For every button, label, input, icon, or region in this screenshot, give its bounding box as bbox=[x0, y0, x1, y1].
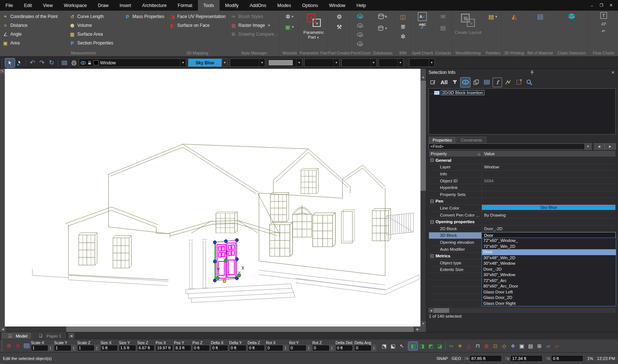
find-next-icon[interactable]: ▶ bbox=[605, 143, 616, 150]
coord-tool-icon[interactable]: ◪ bbox=[435, 342, 444, 350]
search-button[interactable] bbox=[525, 78, 534, 87]
coord-tool-icon[interactable]: ⊞ bbox=[535, 342, 544, 350]
database-select-button[interactable]: ▼ bbox=[378, 24, 387, 33]
menu-item[interactable]: Modes bbox=[272, 0, 297, 11]
snap-toggle[interactable]: SNAP bbox=[436, 356, 448, 361]
parametric-part-button[interactable]: ↘ ‖ Parametric Part▼ bbox=[302, 12, 326, 50]
bim-wand-button[interactable]: ✲ bbox=[398, 32, 408, 41]
dropdown-option[interactable]: 80"x60"_Arc_Door bbox=[482, 283, 616, 289]
ruler-origin-icon[interactable]: ↖ bbox=[0, 69, 5, 74]
ribbon-item[interactable]: ⌖Coordinates of the Point bbox=[2, 12, 65, 21]
pin-icon[interactable] bbox=[530, 70, 536, 75]
coord-tool-icon[interactable]: ↪ bbox=[447, 342, 455, 350]
pointcloud-convert-button[interactable] bbox=[356, 40, 365, 49]
spell-check-button[interactable]: A✓ bbox=[418, 12, 427, 21]
layer-lock-icon[interactable] bbox=[87, 60, 92, 65]
coordinate-input[interactable]: 8.3 ft bbox=[174, 345, 191, 351]
coord-tool-icon[interactable]: ↖ bbox=[397, 342, 406, 350]
coord-tool-icon[interactable]: △ bbox=[464, 342, 473, 350]
scroll-up-icon[interactable]: ▲ bbox=[420, 74, 426, 80]
redo-all-button[interactable]: ↻ bbox=[47, 58, 56, 67]
pointcloud-edit-button[interactable] bbox=[356, 21, 365, 30]
database-edit-button[interactable]: ✎ bbox=[378, 12, 387, 21]
panel-close-icon[interactable]: ✕ bbox=[610, 70, 616, 75]
scroll-left-icon[interactable]: ◀ bbox=[0, 326, 6, 332]
dropdown-option[interactable]: Glass Door Right bbox=[482, 301, 616, 307]
ribbon-item[interactable]: PSection Properties bbox=[69, 39, 121, 47]
coord-tool-icon[interactable]: ▱ bbox=[553, 342, 561, 350]
clash-detection-button[interactable] bbox=[567, 12, 576, 21]
coordinate-input[interactable]: 19.97 ft bbox=[156, 345, 173, 351]
ribbon-item[interactable]: ▦Surface Area bbox=[69, 30, 121, 39]
property-row[interactable]: −Opening properties bbox=[429, 218, 615, 225]
coordinate-input[interactable]: 0 bbox=[289, 345, 306, 351]
coordinate-input[interactable]: 6.67 ft bbox=[137, 345, 154, 351]
coordinate-input[interactable]: 1 bbox=[77, 345, 95, 351]
panel-title-bar[interactable]: Selection Info ✕ bbox=[426, 69, 618, 76]
edit-entity-button[interactable] bbox=[429, 78, 438, 87]
property-grid-header[interactable]: Property△ Value bbox=[429, 150, 616, 157]
coordinate-input[interactable]: 0 ft bbox=[335, 345, 353, 351]
menu-item[interactable]: Edit bbox=[18, 0, 38, 11]
coord-tool-icon[interactable]: ⊓ bbox=[473, 342, 482, 350]
coordinate-input[interactable]: 5 ft bbox=[100, 345, 118, 351]
ribbon-item[interactable]: ✧Distance bbox=[2, 21, 65, 30]
scroll-right-icon[interactable]: ▶ bbox=[415, 326, 420, 332]
spinner-icons[interactable]: ▲▼ bbox=[306, 345, 311, 351]
table-view-button[interactable] bbox=[482, 78, 491, 87]
3d-printing-button[interactable]: ◭ bbox=[509, 12, 519, 21]
property-row[interactable]: Hyperlink bbox=[429, 184, 615, 191]
coordinate-input[interactable]: 0 bbox=[266, 345, 283, 351]
tab-scroll-left-icon[interactable]: ◀ bbox=[68, 333, 74, 339]
menu-item[interactable]: AddOns bbox=[244, 0, 272, 11]
formula-button[interactable]: f bbox=[493, 78, 502, 87]
menu-item[interactable]: Format bbox=[172, 0, 198, 11]
find-prev-icon[interactable]: ◀ bbox=[594, 143, 605, 150]
spell-check-abc-button[interactable]: ABC✓ bbox=[419, 23, 426, 29]
spinner-icons[interactable]: ▲▼ bbox=[283, 345, 288, 351]
panel-tab[interactable]: Constraints bbox=[457, 137, 486, 143]
coordinate-input[interactable]: 1 bbox=[54, 345, 71, 351]
ribbon-item[interactable]: ◨Face UV Representation bbox=[169, 12, 225, 21]
restore-button[interactable]: ❐ bbox=[597, 2, 605, 9]
dropdown-option[interactable]: Door_-2D bbox=[482, 267, 616, 272]
z-coordinate-input[interactable]: 0 ft bbox=[551, 355, 583, 362]
ribbon-item[interactable]: ↺Curve Length bbox=[69, 12, 121, 21]
redo-button[interactable]: ↷ bbox=[37, 58, 47, 67]
coord-tool-icon[interactable]: ◧ bbox=[409, 342, 418, 350]
property-row[interactable]: −General bbox=[429, 157, 615, 164]
drawing-canvas[interactable]: ↖ bbox=[0, 69, 426, 332]
coordinate-input[interactable]: 1 bbox=[31, 345, 48, 351]
menu-item[interactable]: Insert bbox=[114, 0, 136, 11]
selection-tree[interactable]: ...... TC 2D/3D Block Insertion bbox=[429, 88, 616, 135]
dropdown-option[interactable]: Glass Door Left bbox=[482, 289, 616, 295]
pen-color-combo[interactable]: Sky Blue ▼ bbox=[188, 58, 222, 67]
bim-layout-button[interactable]: ◫ bbox=[398, 12, 408, 21]
coord-tool-icon[interactable]: ◨ bbox=[418, 342, 426, 350]
undo-button[interactable]: ↶ bbox=[28, 58, 37, 67]
selection-frame-button[interactable] bbox=[514, 78, 523, 87]
dropdown-option[interactable]: 30"x48"_Win_2D bbox=[482, 255, 616, 261]
coord-tool-icon[interactable]: ▣ bbox=[517, 342, 526, 350]
property-row[interactable]: −Pen bbox=[429, 198, 615, 205]
style-combo[interactable]: ▼ bbox=[267, 58, 302, 67]
menu-item[interactable]: Options bbox=[296, 0, 323, 11]
style-combo[interactable]: ▼ bbox=[409, 58, 435, 67]
layer-combo[interactable]: Window ▼ bbox=[79, 58, 186, 67]
sheet-tab[interactable]: ❏Model bbox=[1, 332, 31, 339]
ribbon-item[interactable]: ◧Surface on Face bbox=[169, 21, 225, 30]
property-row[interactable]: Object ID 5694 bbox=[429, 178, 615, 185]
part-creator-tools-button[interactable]: ⚒ bbox=[334, 22, 344, 31]
scroll-down-icon[interactable]: ▼ bbox=[420, 321, 426, 326]
dropdown-arrow-icon[interactable]: ▼ bbox=[222, 58, 228, 67]
ribbon-item[interactable]: ∠Angle bbox=[2, 30, 65, 39]
create-layout-button[interactable]: ↘ ▨ Create Layout bbox=[455, 12, 482, 50]
coordinate-input[interactable]: 0 ft bbox=[192, 345, 210, 351]
property-row[interactable]: 2D Block Door_-2D bbox=[429, 225, 615, 232]
coord-tool-icon[interactable] bbox=[445, 342, 445, 350]
coord-tool-icon[interactable]: ▱ bbox=[544, 342, 553, 350]
spinner-icons[interactable]: ▲▼ bbox=[330, 345, 334, 351]
filter-funnel-button[interactable] bbox=[450, 78, 459, 87]
property-row[interactable]: Layer Window bbox=[429, 164, 615, 171]
coordinate-input[interactable]: 0 ft bbox=[229, 345, 246, 351]
